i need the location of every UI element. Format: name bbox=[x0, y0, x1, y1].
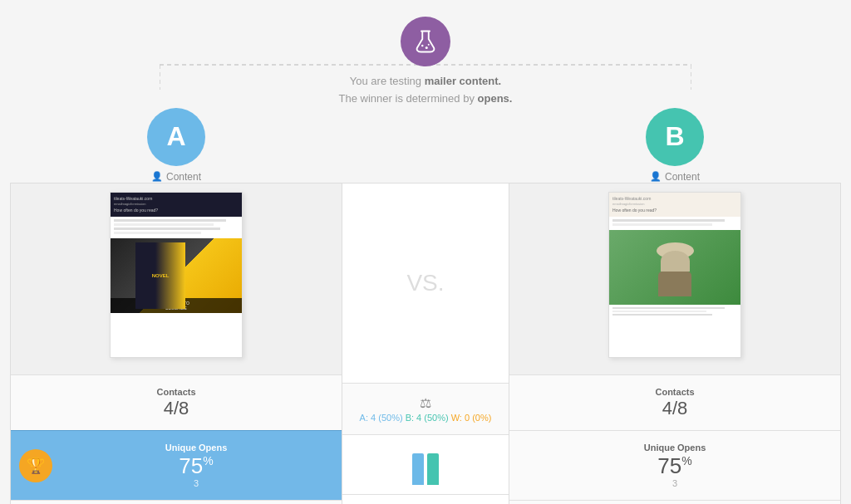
balance-icon: ⚖ bbox=[351, 395, 500, 411]
person-icon-a: 👤 bbox=[151, 171, 163, 182]
bar-b-opens bbox=[427, 453, 439, 485]
person-icon-b: 👤 bbox=[650, 171, 662, 182]
winner-prefix-text: The winner is determined by bbox=[339, 92, 475, 105]
contacts-value-b: 4/8 bbox=[518, 399, 832, 418]
flask-svg-icon bbox=[413, 29, 438, 54]
vs-label: VS. bbox=[342, 183, 509, 383]
opens-count-a: 3 bbox=[59, 478, 333, 488]
stat-a-text: A: 4 (50%) bbox=[360, 413, 403, 423]
test-info: You are testing mailer content. The winn… bbox=[339, 73, 513, 108]
column-a: tileats-Weatauki.com emailmagicformissio… bbox=[11, 183, 342, 504]
svg-point-5 bbox=[428, 44, 430, 46]
email-text-b-bottom bbox=[609, 305, 740, 320]
email-content-a: NOVEL A-SCRIBE TODESCRIBE bbox=[111, 217, 242, 313]
contacts-row-b: Contacts 4/8 bbox=[509, 374, 840, 430]
contacts-row-a: Contacts 4/8 bbox=[11, 374, 342, 430]
variant-a-circle: A bbox=[147, 108, 205, 166]
trophy-cell-a: 🏆 Unique Opens 75% 3 bbox=[19, 443, 333, 489]
clicked-row-b: Contacts Who Clicked 0% 0 bbox=[509, 500, 840, 504]
flask-icon-circle bbox=[401, 17, 450, 66]
email-image-a: NOVEL A-SCRIBE TODESCRIBE bbox=[111, 238, 242, 313]
test-description-text: You are testing bbox=[350, 75, 421, 87]
variant-b-circle: B bbox=[646, 108, 704, 166]
contacts-label-b: Contacts bbox=[518, 387, 832, 397]
vs-section: VS. bbox=[342, 183, 509, 383]
opens-stats-a: Unique Opens 75% 3 bbox=[59, 443, 333, 489]
trophy-icon-a: 🏆 bbox=[19, 449, 52, 482]
stat-w-text: W: 0 (0%) bbox=[451, 413, 492, 423]
email-preview-a: tileats-Weatauki.com emailmagicformissio… bbox=[110, 192, 243, 358]
variant-b-label: 👤 Content bbox=[650, 171, 700, 183]
page-top: You are testing mailer content. The winn… bbox=[10, 17, 841, 183]
stat-b-text: B: 4 (50%) bbox=[406, 413, 449, 423]
column-middle: VS. ⚖ A: 4 (50%) B: 4 (50%) W: 0 (0%) bbox=[342, 183, 509, 504]
middle-contacts-row: ⚖ A: 4 (50%) B: 4 (50%) W: 0 (0%) bbox=[342, 383, 509, 434]
test-subject-text: mailer content. bbox=[425, 75, 501, 87]
svg-point-4 bbox=[426, 46, 428, 49]
email-preview-section-b: tileats-Weatauki.com emailmagicformissio… bbox=[509, 183, 840, 374]
email-preview-section-a: tileats-Weatauki.com emailmagicformissio… bbox=[11, 183, 342, 374]
column-b: tileats-Weatauki.com emailmagicformissio… bbox=[509, 183, 840, 504]
svg-point-3 bbox=[421, 45, 424, 47]
main-comparison-grid: tileats-Weatauki.com emailmagicformissio… bbox=[10, 183, 841, 504]
opens-percent-a: 75% bbox=[59, 454, 333, 478]
contacts-value-a: 4/8 bbox=[19, 399, 333, 418]
bar-a-opens bbox=[412, 453, 424, 485]
email-content-b bbox=[609, 217, 740, 320]
opens-label-a: Unique Opens bbox=[59, 443, 333, 453]
winner-metric-text: opens. bbox=[478, 92, 513, 105]
email-preview-b: tileats-Weatauki.com emailmagicformissio… bbox=[608, 192, 741, 358]
email-header-a: tileats-Weatauki.com emailmagicformissio… bbox=[111, 193, 242, 218]
contacts-stats: A: 4 (50%) B: 4 (50%) W: 0 (0%) bbox=[351, 413, 500, 423]
unique-opens-row-b: Unique Opens 75% 3 bbox=[509, 430, 840, 501]
bar-chart-opens bbox=[412, 443, 439, 485]
middle-clicked-row bbox=[342, 494, 509, 504]
contacts-label-a: Contacts bbox=[19, 387, 333, 397]
ab-test-container: You are testing mailer content. The winn… bbox=[10, 8, 841, 504]
email-header-b: tileats-Weatauki.com emailmagicformissio… bbox=[609, 193, 740, 218]
opens-label-b: Unique Opens bbox=[518, 443, 832, 453]
person-reading bbox=[652, 238, 698, 296]
email-text-b bbox=[609, 217, 740, 230]
opens-count-b: 3 bbox=[518, 478, 832, 488]
clicked-row-a: Contacts Who Clicked 0% 0 bbox=[11, 500, 342, 504]
opens-percent-b: 75% bbox=[518, 454, 832, 478]
email-image-b bbox=[609, 230, 740, 305]
middle-opens-chart bbox=[342, 434, 509, 494]
variant-a-header: A 👤 Content bbox=[10, 108, 342, 183]
variant-headers-row: A 👤 Content B 👤 Content bbox=[10, 108, 841, 183]
variant-a-label: 👤 Content bbox=[151, 171, 201, 183]
unique-opens-row-a: 🏆 Unique Opens 75% 3 bbox=[11, 430, 342, 501]
email-text-a bbox=[111, 217, 242, 238]
variant-b-header: B 👤 Content bbox=[509, 108, 841, 183]
